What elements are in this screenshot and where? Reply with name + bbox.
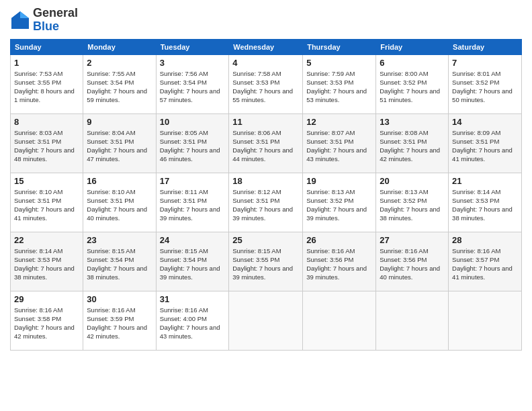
calendar-cell: 7Sunrise: 8:01 AMSunset: 3:52 PMDaylight… xyxy=(449,54,522,113)
day-detail: Sunrise: 7:56 AMSunset: 3:54 PMDaylight:… xyxy=(160,69,226,105)
calendar-cell xyxy=(376,291,449,350)
col-header-thursday: Thursday xyxy=(303,39,376,54)
day-number: 20 xyxy=(380,176,445,186)
calendar-cell: 21Sunrise: 8:14 AMSunset: 3:53 PMDayligh… xyxy=(449,173,522,232)
calendar-cell: 8Sunrise: 8:03 AMSunset: 3:51 PMDaylight… xyxy=(11,113,83,173)
day-detail: Sunrise: 7:55 AMSunset: 3:54 PMDaylight:… xyxy=(87,69,152,105)
calendar-cell: 23Sunrise: 8:15 AMSunset: 3:54 PMDayligh… xyxy=(83,232,156,291)
day-detail: Sunrise: 8:09 AMSunset: 3:51 PMDaylight:… xyxy=(452,128,518,164)
day-number: 11 xyxy=(232,117,299,127)
day-number: 24 xyxy=(160,235,226,245)
day-detail: Sunrise: 8:03 AMSunset: 3:51 PMDaylight:… xyxy=(14,128,79,164)
calendar-cell: 3Sunrise: 7:56 AMSunset: 3:54 PMDaylight… xyxy=(156,54,229,113)
calendar-cell: 1Sunrise: 7:53 AMSunset: 3:55 PMDaylight… xyxy=(11,54,83,113)
calendar-cell: 25Sunrise: 8:15 AMSunset: 3:55 PMDayligh… xyxy=(229,232,303,291)
day-number: 18 xyxy=(232,176,299,186)
calendar-cell: 30Sunrise: 8:16 AMSunset: 3:59 PMDayligh… xyxy=(83,291,156,350)
calendar-week-2: 8Sunrise: 8:03 AMSunset: 3:51 PMDaylight… xyxy=(11,113,522,173)
calendar-cell: 18Sunrise: 8:12 AMSunset: 3:51 PMDayligh… xyxy=(229,173,303,232)
day-detail: Sunrise: 8:13 AMSunset: 3:52 PMDaylight:… xyxy=(306,187,372,223)
day-detail: Sunrise: 8:10 AMSunset: 3:51 PMDaylight:… xyxy=(14,187,79,223)
calendar-cell: 9Sunrise: 8:04 AMSunset: 3:51 PMDaylight… xyxy=(83,113,156,173)
day-detail: Sunrise: 7:59 AMSunset: 3:53 PMDaylight:… xyxy=(306,69,372,105)
day-detail: Sunrise: 8:16 AMSunset: 3:56 PMDaylight:… xyxy=(380,246,445,282)
day-number: 4 xyxy=(232,58,299,68)
calendar-cell: 28Sunrise: 8:16 AMSunset: 3:57 PMDayligh… xyxy=(449,232,522,291)
day-number: 21 xyxy=(452,176,518,186)
day-detail: Sunrise: 8:15 AMSunset: 3:54 PMDaylight:… xyxy=(87,246,152,282)
logo: General Blue xyxy=(10,7,78,34)
calendar-cell: 10Sunrise: 8:05 AMSunset: 3:51 PMDayligh… xyxy=(156,113,229,173)
day-detail: Sunrise: 8:04 AMSunset: 3:51 PMDaylight:… xyxy=(87,128,152,164)
day-number: 6 xyxy=(380,58,445,68)
day-number: 8 xyxy=(14,117,79,127)
day-number: 26 xyxy=(306,235,372,245)
day-detail: Sunrise: 8:07 AMSunset: 3:51 PMDaylight:… xyxy=(306,128,372,164)
calendar-cell: 14Sunrise: 8:09 AMSunset: 3:51 PMDayligh… xyxy=(449,113,522,173)
day-detail: Sunrise: 8:13 AMSunset: 3:52 PMDaylight:… xyxy=(380,187,445,223)
calendar-cell: 31Sunrise: 8:16 AMSunset: 4:00 PMDayligh… xyxy=(156,291,229,350)
calendar-cell: 17Sunrise: 8:11 AMSunset: 3:51 PMDayligh… xyxy=(156,173,229,232)
col-header-tuesday: Tuesday xyxy=(156,39,229,54)
day-detail: Sunrise: 8:12 AMSunset: 3:51 PMDaylight:… xyxy=(232,187,299,223)
calendar-week-1: 1Sunrise: 7:53 AMSunset: 3:55 PMDaylight… xyxy=(11,54,522,113)
day-number: 23 xyxy=(87,235,152,245)
calendar-cell: 12Sunrise: 8:07 AMSunset: 3:51 PMDayligh… xyxy=(303,113,376,173)
col-header-monday: Monday xyxy=(83,39,156,54)
day-number: 2 xyxy=(87,58,152,68)
calendar-week-5: 29Sunrise: 8:16 AMSunset: 3:58 PMDayligh… xyxy=(11,291,522,350)
day-detail: Sunrise: 8:16 AMSunset: 3:58 PMDaylight:… xyxy=(14,306,79,341)
day-number: 17 xyxy=(160,176,226,186)
calendar-cell: 2Sunrise: 7:55 AMSunset: 3:54 PMDaylight… xyxy=(83,54,156,113)
day-number: 13 xyxy=(380,117,445,127)
day-number: 5 xyxy=(306,58,372,68)
day-detail: Sunrise: 8:14 AMSunset: 3:53 PMDaylight:… xyxy=(452,187,518,223)
calendar-cell: 29Sunrise: 8:16 AMSunset: 3:58 PMDayligh… xyxy=(11,291,83,350)
calendar-cell xyxy=(229,291,303,350)
day-number: 9 xyxy=(87,117,152,127)
calendar-cell: 4Sunrise: 7:58 AMSunset: 3:53 PMDaylight… xyxy=(229,54,303,113)
col-header-saturday: Saturday xyxy=(449,39,522,54)
calendar-cell: 11Sunrise: 8:06 AMSunset: 3:51 PMDayligh… xyxy=(229,113,303,173)
day-detail: Sunrise: 7:53 AMSunset: 3:55 PMDaylight:… xyxy=(14,69,79,105)
day-number: 27 xyxy=(380,235,445,245)
day-number: 15 xyxy=(14,176,79,186)
day-detail: Sunrise: 8:14 AMSunset: 3:53 PMDaylight:… xyxy=(14,246,79,282)
day-detail: Sunrise: 8:16 AMSunset: 3:59 PMDaylight:… xyxy=(87,306,152,341)
day-number: 31 xyxy=(160,294,226,304)
col-header-wednesday: Wednesday xyxy=(229,39,303,54)
day-detail: Sunrise: 8:00 AMSunset: 3:52 PMDaylight:… xyxy=(380,69,445,105)
calendar-cell: 6Sunrise: 8:00 AMSunset: 3:52 PMDaylight… xyxy=(376,54,449,113)
calendar-cell: 13Sunrise: 8:08 AMSunset: 3:51 PMDayligh… xyxy=(376,113,449,173)
col-header-friday: Friday xyxy=(376,39,449,54)
day-detail: Sunrise: 8:15 AMSunset: 3:55 PMDaylight:… xyxy=(232,246,299,282)
col-header-sunday: Sunday xyxy=(11,39,83,54)
svg-marker-2 xyxy=(11,11,20,18)
calendar-cell: 15Sunrise: 8:10 AMSunset: 3:51 PMDayligh… xyxy=(11,173,83,232)
calendar-cell: 19Sunrise: 8:13 AMSunset: 3:52 PMDayligh… xyxy=(303,173,376,232)
calendar-header-row: SundayMondayTuesdayWednesdayThursdayFrid… xyxy=(11,39,522,54)
day-detail: Sunrise: 8:08 AMSunset: 3:51 PMDaylight:… xyxy=(380,128,445,164)
day-number: 12 xyxy=(306,117,372,127)
logo-text: General Blue xyxy=(33,7,78,34)
day-number: 22 xyxy=(14,235,79,245)
logo-icon xyxy=(10,10,30,30)
day-detail: Sunrise: 8:16 AMSunset: 3:57 PMDaylight:… xyxy=(452,246,518,282)
calendar-table: SundayMondayTuesdayWednesdayThursdayFrid… xyxy=(10,39,522,351)
day-number: 28 xyxy=(452,235,518,245)
day-number: 3 xyxy=(160,58,226,68)
calendar-week-4: 22Sunrise: 8:14 AMSunset: 3:53 PMDayligh… xyxy=(11,232,522,291)
day-detail: Sunrise: 8:11 AMSunset: 3:51 PMDaylight:… xyxy=(160,187,226,223)
day-number: 16 xyxy=(87,176,152,186)
day-detail: Sunrise: 8:16 AMSunset: 3:56 PMDaylight:… xyxy=(306,246,372,282)
calendar-cell xyxy=(303,291,376,350)
day-number: 19 xyxy=(306,176,372,186)
svg-marker-1 xyxy=(20,11,29,18)
day-number: 30 xyxy=(87,294,152,304)
calendar-cell: 20Sunrise: 8:13 AMSunset: 3:52 PMDayligh… xyxy=(376,173,449,232)
page: General Blue SundayMondayTuesdayWednesda… xyxy=(0,0,532,411)
header: General Blue xyxy=(10,7,522,34)
calendar-cell: 5Sunrise: 7:59 AMSunset: 3:53 PMDaylight… xyxy=(303,54,376,113)
day-detail: Sunrise: 8:15 AMSunset: 3:54 PMDaylight:… xyxy=(160,246,226,282)
day-number: 1 xyxy=(14,58,79,68)
